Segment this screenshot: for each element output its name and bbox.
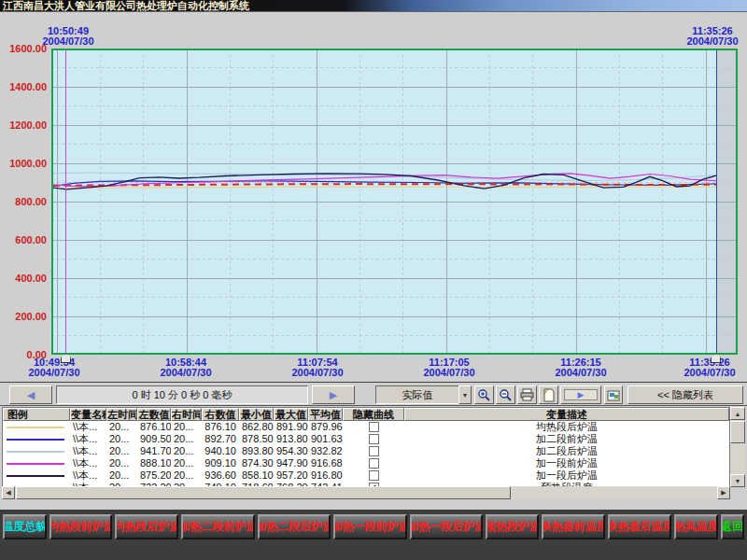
cell-avg: 916.80 <box>308 469 343 482</box>
x-tick-date: 2004/07/30 <box>17 368 92 378</box>
time-span-field[interactable]: 0 时 10 分 0 秒 0 毫秒 <box>56 385 308 404</box>
cell-description: 加一段后炉温 <box>404 469 729 482</box>
printer-icon <box>520 388 534 401</box>
table-row[interactable]: \\本...20...888.1020...909.10874.30947.90… <box>3 457 729 469</box>
right-cursor-label: 11:35:26 2004/07/30 <box>661 26 747 47</box>
table-row[interactable]: \\本...20...876.1020...876.10862.80891.90… <box>3 421 729 433</box>
scrollbar-left-button[interactable]: ◀ <box>2 486 15 499</box>
cell-right_time: 20... <box>171 469 202 482</box>
cell-avg: 932.82 <box>308 445 343 457</box>
cell-left_time: 20... <box>106 421 137 433</box>
chevron-down-icon: ▼ <box>462 392 469 399</box>
cell-right_value: 936.60 <box>202 469 239 482</box>
zoom-in-button[interactable] <box>474 385 494 404</box>
export-button[interactable] <box>539 385 558 404</box>
cell-legend <box>3 439 70 441</box>
y-tick-label: 600.00 <box>2 234 47 245</box>
scroll-right-button[interactable]: ▶ <box>312 385 355 404</box>
cell-left_value: 888.10 <box>137 457 171 469</box>
value-mode-dropdown-button[interactable]: ▼ <box>458 385 472 404</box>
nav-button-10[interactable]: 热风温度 <box>674 514 718 539</box>
value-mode-combobox[interactable]: 实际值 <box>375 385 459 404</box>
horizontal-scroll-thumb[interactable] <box>16 486 511 499</box>
nav-button-4[interactable]: 加热二段后炉温 <box>258 514 331 539</box>
vertical-scroll-thumb[interactable] <box>730 421 745 443</box>
column-header-description: 变量描述 <box>404 408 729 421</box>
cell-left_value: 876.10 <box>137 421 171 433</box>
scrollbar-down-button[interactable]: ▼ <box>730 474 745 487</box>
nav-button-0[interactable]: 温度总貌 <box>3 514 47 539</box>
cell-hidden <box>343 458 404 469</box>
x-tick-label: 11:17:052004/07/30 <box>412 357 486 378</box>
nav-button-9[interactable]: 换热器后温度 <box>608 514 671 539</box>
column-header-legend: 图例 <box>3 408 70 421</box>
nav-button-8[interactable]: 换热器前温度 <box>542 514 605 539</box>
legend-line <box>7 475 64 477</box>
cell-avg: 901.63 <box>308 433 343 445</box>
cell-hidden <box>343 446 404 456</box>
cell-max: 947.90 <box>274 457 308 469</box>
table-row[interactable]: \\本...20...909.5020...892.70878.50913.80… <box>3 433 729 445</box>
cell-min: 893.80 <box>239 445 274 457</box>
print-button[interactable] <box>517 385 537 404</box>
cell-min: 862.80 <box>239 421 274 433</box>
scrollbar-up-button[interactable]: ▲ <box>730 407 745 420</box>
x-tick-label: 11:35:262004/07/30 <box>672 357 747 378</box>
hide-curve-checkbox[interactable] <box>369 446 379 456</box>
legend-line <box>7 463 64 465</box>
cell-max: 913.80 <box>274 433 308 445</box>
hide-list-label: << 隐藏列表 <box>657 388 713 402</box>
scrollbar-right-button[interactable]: ▶ <box>717 486 730 499</box>
window-title: 江西南昌大洪人管业有限公司热处理炉自动化控制系统 <box>3 0 249 11</box>
zoom-out-button[interactable] <box>496 385 515 404</box>
cell-max: 957.20 <box>274 469 308 482</box>
table-vertical-scrollbar[interactable]: ▲ ▼ <box>730 407 745 487</box>
cell-hidden <box>343 434 404 444</box>
playback-button[interactable]: ▶ <box>560 385 601 404</box>
title-bar: 江西南昌大洪人管业有限公司热处理炉自动化控制系统 <box>0 0 747 12</box>
nav-button-7[interactable]: 预热段炉温 <box>486 514 539 539</box>
cell-legend <box>3 475 70 477</box>
nav-button-11[interactable]: 返回 <box>721 514 744 539</box>
table-row[interactable]: \\本...20...875.2020...936.60858.10957.20… <box>3 469 729 482</box>
column-header-min: 最小值 <box>239 408 274 421</box>
variable-table: 图例变量名称左时间左数值右时间右数值最小值最大值平均值隐藏曲线变量描述 \\本.… <box>2 407 730 488</box>
right-cursor-handle[interactable] <box>711 354 721 363</box>
table-row[interactable]: \\本...20...941.7020...940.10893.80954.30… <box>3 445 729 457</box>
cell-name: \\本... <box>70 421 106 433</box>
cell-left_time: 20... <box>106 457 137 469</box>
cell-description: 加一段前炉温 <box>404 457 729 469</box>
cell-name: \\本... <box>70 469 106 482</box>
scada-window: 江西南昌大洪人管业有限公司热处理炉自动化控制系统 10:50:49 2004/0… <box>0 0 747 560</box>
trend-plot[interactable] <box>51 49 738 355</box>
hide-list-button[interactable]: << 隐藏列表 <box>627 385 743 404</box>
cell-left_value: 909.50 <box>137 433 171 445</box>
cell-max: 891.90 <box>274 421 308 433</box>
nav-button-6[interactable]: 加热一段后炉温 <box>410 514 484 539</box>
column-header-hidden: 隐藏曲线 <box>343 408 404 421</box>
table-horizontal-scrollbar[interactable]: ◀ ▶ <box>2 486 730 499</box>
hide-curve-checkbox[interactable] <box>369 422 379 432</box>
nav-button-3[interactable]: 加热二段前炉温 <box>181 514 255 539</box>
column-header-max: 最大值 <box>274 408 308 421</box>
column-header-left_time: 左时间 <box>106 408 137 421</box>
left-arrow-icon: ◀ <box>27 389 35 401</box>
hide-curve-checkbox[interactable] <box>369 434 379 444</box>
hide-curve-checkbox[interactable] <box>369 458 379 469</box>
column-header-right_time: 右时间 <box>171 408 202 421</box>
cell-description: 加二段前炉温 <box>404 433 729 445</box>
cell-right_value: 876.10 <box>202 421 239 433</box>
nav-button-1[interactable]: 均热段前炉温 <box>49 514 113 539</box>
x-tick-date: 2004/07/30 <box>148 368 223 378</box>
legend-line <box>7 451 64 453</box>
left-cursor-handle[interactable] <box>61 354 71 363</box>
down-arrow-icon: ▼ <box>735 478 741 484</box>
x-tick-date: 2004/07/30 <box>280 368 355 378</box>
scroll-left-button[interactable]: ◀ <box>9 385 52 404</box>
snapshot-button[interactable] <box>604 385 623 404</box>
y-tick-label: 1400.00 <box>2 81 47 92</box>
y-tick-label: 400.00 <box>2 273 47 284</box>
hide-curve-checkbox[interactable] <box>369 470 379 481</box>
nav-button-2[interactable]: 均热段后炉温 <box>115 514 178 539</box>
nav-button-5[interactable]: 加热一段前炉温 <box>333 514 407 539</box>
